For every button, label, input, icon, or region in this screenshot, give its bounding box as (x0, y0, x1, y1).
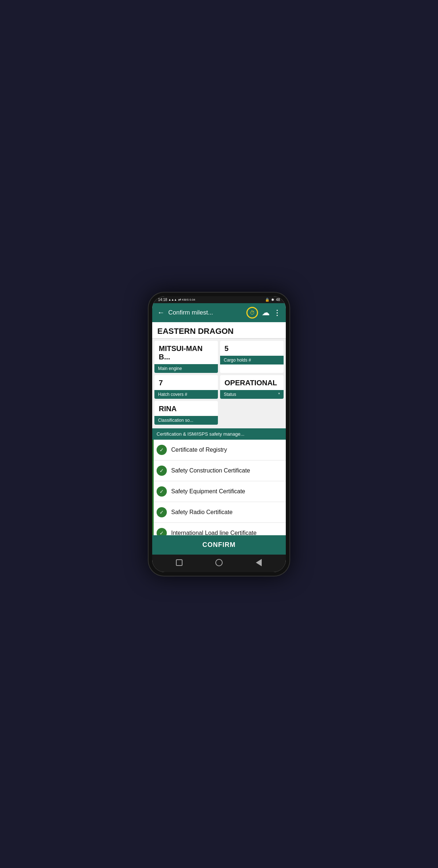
list-item[interactable]: ✓ Safety Construction Certificate (152, 460, 286, 481)
check-icon-safety-radio: ✓ (157, 507, 167, 517)
check-icon-safety-construction: ✓ (157, 466, 167, 476)
app-bar-title: Confirm milest... (168, 309, 243, 316)
list-item[interactable]: ✓ International Load line Certificate (152, 523, 286, 535)
app-bar: ← Confirm milest... ⏱ ☁ ⋮ (152, 303, 286, 322)
list-item[interactable]: ✓ Certificate of Registry (152, 440, 286, 460)
status-bar: 14:18 ▲▲▲ ⇌ KB/S 0.04 🔒 ✱ 48 (152, 296, 286, 303)
bluetooth-icon: ✱ (271, 298, 274, 302)
check-icon-registry: ✓ (157, 445, 167, 455)
status-asterisk: * (278, 392, 280, 397)
bottom-nav (152, 555, 286, 572)
check-icon-safety-equipment: ✓ (157, 486, 167, 497)
status-value: OPERATIONAL (220, 375, 284, 390)
cargo-holds-card: 5 Cargo holds # (220, 341, 284, 373)
nav-home-button[interactable] (215, 558, 223, 567)
check-icon-load-line: ✓ (157, 528, 167, 535)
vessel-name: EASTERN DRAGON (152, 322, 286, 339)
confirm-button[interactable]: CONFIRM (152, 535, 286, 555)
data-speed: KB/S 0.04 (182, 298, 195, 301)
back-button[interactable]: ← (157, 308, 165, 317)
nav-square-button[interactable] (175, 558, 184, 567)
cert-name-safety-radio: Safety Radio Certificate (171, 509, 233, 516)
classification-label: Classification so... (154, 416, 218, 425)
cargo-holds-value: 5 (220, 341, 284, 356)
lock-icon: 🔒 (265, 298, 269, 302)
main-engine-card: MITSUI-MAN B... Main engine (154, 341, 218, 373)
wifi-icon: ⇌ (178, 298, 181, 302)
cargo-holds-label: Cargo holds # (220, 356, 284, 364)
circle-icon (215, 559, 223, 566)
timer-icon[interactable]: ⏱ (246, 307, 258, 319)
cert-list-wrapper: ✓ Certificate of Registry ✓ Safety Const… (152, 440, 286, 535)
main-engine-label: Main engine (154, 364, 218, 373)
cert-name-safety-construction: Safety Construction Certificate (171, 467, 250, 474)
cert-name-load-line: International Load line Certificate (171, 530, 257, 535)
app-bar-icons: ⏱ ☁ ⋮ (246, 307, 281, 319)
more-menu-icon[interactable]: ⋮ (273, 308, 281, 317)
phone-frame: 14:18 ▲▲▲ ⇌ KB/S 0.04 🔒 ✱ 48 ← Confirm m… (148, 292, 290, 576)
battery-level: 48 (276, 298, 280, 302)
nav-back-button[interactable] (254, 558, 263, 567)
cert-name-registry: Certificate of Registry (171, 447, 227, 453)
classification-card: RINA Classification so... (154, 401, 218, 425)
status-card: OPERATIONAL Status * (220, 375, 284, 399)
content-area: EASTERN DRAGON MITSUI-MAN B... Main engi… (152, 322, 286, 535)
triangle-icon (256, 559, 262, 566)
hatch-covers-card: 7 Hatch covers # (154, 375, 218, 399)
classification-value: RINA (154, 401, 218, 416)
hatch-covers-label: Hatch covers # (154, 390, 218, 399)
hatch-covers-value: 7 (154, 375, 218, 390)
status-bar-right: 🔒 ✱ 48 (265, 298, 280, 302)
left-green-indicator (152, 440, 154, 535)
signal-icon: ▲▲▲ (168, 298, 177, 301)
info-grid-row1: MITSUI-MAN B... Main engine 5 Cargo hold… (152, 339, 286, 375)
main-engine-value: MITSUI-MAN B... (154, 341, 218, 364)
square-icon (176, 559, 182, 566)
status-time: 14:18 (158, 298, 167, 302)
info-grid-row2: 7 Hatch covers # OPERATIONAL Status * (152, 375, 286, 401)
status-bar-left: 14:18 ▲▲▲ ⇌ KB/S 0.04 (158, 298, 195, 302)
phone-screen: 14:18 ▲▲▲ ⇌ KB/S 0.04 🔒 ✱ 48 ← Confirm m… (152, 296, 286, 572)
cloud-icon[interactable]: ☁ (262, 308, 270, 317)
cert-list: ✓ Certificate of Registry ✓ Safety Const… (152, 440, 286, 535)
list-item[interactable]: ✓ Safety Equipment Certificate (152, 481, 286, 502)
classification-row: RINA Classification so... (152, 401, 286, 428)
cert-name-safety-equipment: Safety Equipment Certificate (171, 488, 245, 495)
list-item[interactable]: ✓ Safety Radio Certificate (152, 502, 286, 523)
status-label: Status * (220, 390, 284, 399)
cert-section-header: Certification & ISM/ISPS safety manage..… (152, 428, 286, 440)
